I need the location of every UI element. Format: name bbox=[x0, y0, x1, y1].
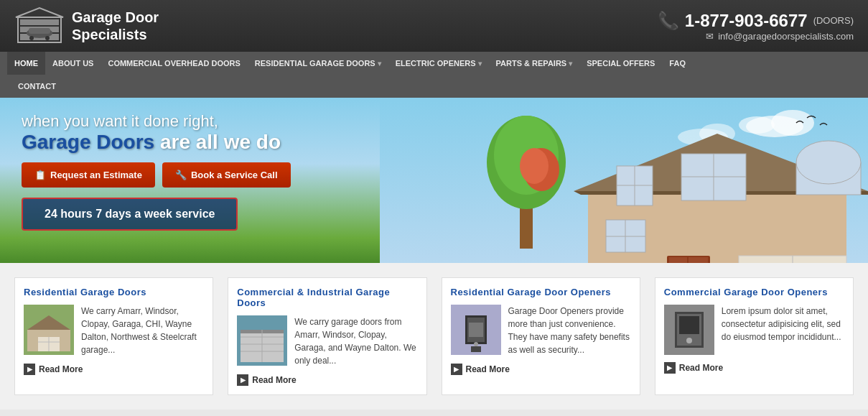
card-residential-openers: Residential Garage Door Openers Garage D… bbox=[442, 277, 640, 395]
card-4-body: Lorem ipsum dolor sit amet, consectetur … bbox=[664, 305, 844, 355]
content-section: Residential Garage Doors We carry Amarr,… bbox=[0, 263, 868, 410]
card-3-title: Residential Garage Door Openers bbox=[451, 287, 631, 297]
logo-icon bbox=[14, 6, 65, 46]
card-3-body: Garage Door Openers provide more than ju… bbox=[451, 305, 631, 356]
card-1-text: We carry Amarr, Windsor, Clopay, Garaga,… bbox=[81, 305, 204, 356]
svg-point-11 bbox=[771, 110, 814, 136]
card-residential-doors: Residential Garage Doors We carry Amarr,… bbox=[14, 277, 213, 395]
logo-area: Garage Door Specialists bbox=[14, 6, 159, 46]
phone-suffix: (DOORS) bbox=[813, 15, 854, 26]
hero-title-part1: Garage Doors bbox=[22, 131, 154, 153]
header: Garage Door Specialists 📞 1-877-903-6677… bbox=[0, 0, 868, 52]
phone-line: 📞 1-877-903-6677 (DOORS) bbox=[658, 11, 854, 31]
phone-number: 1-877-903-6677 bbox=[685, 11, 808, 31]
nav-faq[interactable]: FAQ bbox=[662, 52, 693, 75]
nav-residential[interactable]: RESIDENTIAL GARAGE DOORS bbox=[248, 52, 388, 75]
svg-rect-31 bbox=[669, 257, 687, 263]
cards-row: Residential Garage Doors We carry Amarr,… bbox=[14, 277, 854, 395]
svg-point-8 bbox=[45, 36, 50, 40]
estimate-button[interactable]: 📋 Request an Estimate bbox=[22, 162, 155, 188]
svg-point-105 bbox=[474, 342, 478, 346]
svg-rect-106 bbox=[471, 346, 481, 352]
email-line: ✉ info@garagedoorspecialists.com bbox=[658, 31, 854, 42]
card-commercial-doors: Commercial & Industrial Garage Doors We … bbox=[228, 277, 426, 395]
house-illustration bbox=[380, 98, 868, 263]
arrow-icon: ▶ bbox=[451, 364, 462, 375]
contact-info: 📞 1-877-903-6677 (DOORS) ✉ info@garagedo… bbox=[658, 11, 854, 42]
hero-title-part2: are all we do bbox=[154, 131, 281, 153]
card-1-title: Residential Garage Doors bbox=[24, 287, 204, 297]
card-2-body: We carry garage doors from Amarr, Windso… bbox=[237, 315, 417, 367]
hero-buttons: 📋 Request an Estimate 🔧 Book a Service C… bbox=[22, 162, 291, 188]
svg-rect-110 bbox=[679, 316, 699, 334]
card-4-text: Lorem ipsum dolor sit amet, consectetur … bbox=[722, 305, 844, 355]
nav-about[interactable]: ABOUT US bbox=[45, 52, 101, 75]
svg-marker-4 bbox=[16, 8, 63, 17]
card-commercial-openers: Commercial Garage Door Openers Lorem ips… bbox=[655, 277, 854, 395]
hero-content: when you want it done right, Garage Door… bbox=[22, 112, 291, 231]
svg-point-19 bbox=[520, 148, 549, 184]
arrow-icon: ▶ bbox=[664, 362, 676, 374]
card-2-text: We carry garage doors from Amarr, Windso… bbox=[294, 315, 417, 367]
navigation: HOME ABOUT US COMMERCIAL OVERHEAD DOORS … bbox=[0, 52, 868, 98]
service-hours-box[interactable]: 24 hours 7 days a week service bbox=[22, 198, 238, 231]
nav-parts[interactable]: PARTS & REPAIRS bbox=[489, 52, 580, 75]
card-3-read-more[interactable]: ▶ Read More bbox=[451, 364, 631, 375]
nav-contact[interactable]: CONTACT bbox=[11, 75, 861, 98]
card-4-read-more[interactable]: ▶ Read More bbox=[664, 362, 844, 374]
hero-title: Garage Doors are all we do bbox=[22, 131, 291, 154]
card-3-image bbox=[451, 305, 501, 355]
card-2-image bbox=[237, 315, 287, 366]
hero-section: when you want it done right, Garage Door… bbox=[0, 98, 868, 263]
email-icon: ✉ bbox=[706, 31, 714, 42]
nav-home[interactable]: HOME bbox=[7, 52, 45, 75]
calendar-icon: 📋 bbox=[34, 170, 46, 180]
svg-point-29 bbox=[796, 141, 861, 184]
card-3-text: Garage Door Openers provide more than ju… bbox=[508, 305, 631, 356]
card-2-title: Commercial & Industrial Garage Doors bbox=[237, 287, 417, 308]
svg-rect-104 bbox=[469, 323, 483, 337]
logo-text: Garage Door Specialists bbox=[72, 9, 159, 43]
card-2-read-more[interactable]: ▶ Read More bbox=[237, 374, 417, 386]
email-address: info@garagedoorspecialists.com bbox=[718, 31, 854, 42]
arrow-icon: ▶ bbox=[237, 374, 248, 386]
svg-rect-6 bbox=[29, 28, 50, 34]
card-1-body: We carry Amarr, Windsor, Clopay, Garaga,… bbox=[24, 305, 204, 356]
hero-tagline: when you want it done right, bbox=[22, 112, 291, 131]
arrow-icon: ▶ bbox=[24, 364, 35, 375]
phone-icon: 🔧 bbox=[175, 170, 187, 180]
card-1-read-more[interactable]: ▶ Read More bbox=[24, 364, 204, 375]
svg-point-111 bbox=[686, 338, 692, 343]
svg-point-12 bbox=[739, 116, 775, 134]
svg-point-7 bbox=[29, 36, 34, 40]
card-1-image bbox=[24, 305, 74, 355]
svg-rect-32 bbox=[689, 257, 708, 263]
card-4-image bbox=[664, 305, 714, 355]
nav-commercial[interactable]: COMMERCIAL OVERHEAD DOORS bbox=[101, 52, 247, 75]
svg-rect-1 bbox=[20, 19, 59, 25]
nav-offers[interactable]: SPECIAL OFFERS bbox=[579, 52, 662, 75]
card-4-title: Commercial Garage Door Openers bbox=[664, 287, 844, 297]
service-call-button[interactable]: 🔧 Book a Service Call bbox=[162, 162, 291, 188]
phone-icon: 📞 bbox=[658, 11, 679, 31]
nav-electric[interactable]: ELECTRIC OPENERS bbox=[388, 52, 489, 75]
